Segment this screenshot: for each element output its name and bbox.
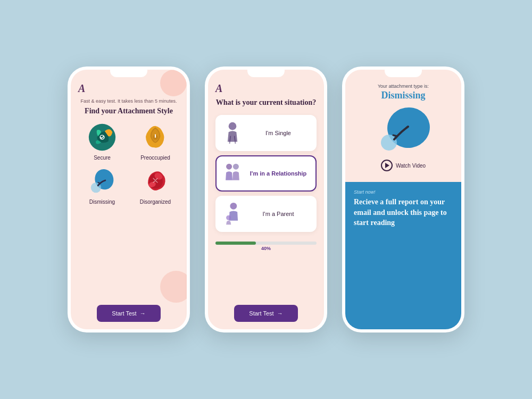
play-triangle bbox=[385, 163, 389, 168]
phone-3-top: Your attachment type is: Dismissing bbox=[345, 77, 461, 182]
svg-point-8 bbox=[226, 164, 232, 170]
start-now-label: Start now! bbox=[354, 189, 453, 195]
progress-bar-fill bbox=[215, 242, 256, 245]
dismissing-small-icon bbox=[87, 166, 118, 197]
preoccupied-label: Preoccupied bbox=[140, 155, 170, 161]
phone-1: A Fast & easy test. It takes less than 5… bbox=[68, 66, 190, 332]
main-title: Find your Attachment Style bbox=[85, 107, 173, 115]
blob-top-right bbox=[160, 70, 187, 96]
svg-point-11 bbox=[226, 215, 231, 220]
single-label: I'm Single bbox=[247, 130, 309, 136]
parent-icon bbox=[223, 202, 242, 226]
start-test-button-2[interactable]: Start Test → bbox=[234, 305, 297, 322]
dismissing-large-icon bbox=[374, 106, 433, 154]
attachment-grid: Secure Preoccupied bbox=[78, 122, 179, 205]
play-icon bbox=[381, 160, 393, 171]
svg-point-10 bbox=[230, 203, 237, 210]
relationship-icon bbox=[223, 162, 242, 185]
attachment-type-prefix: Your attachment type is: bbox=[378, 84, 429, 89]
phone-3: Your attachment type is: Dismissing bbox=[342, 66, 464, 332]
phones-container: A Fast & easy test. It takes less than 5… bbox=[68, 66, 464, 332]
situation-parent[interactable]: I'm a Parent bbox=[215, 196, 317, 232]
attachment-secure: Secure bbox=[78, 122, 126, 161]
svg-point-7 bbox=[229, 122, 237, 130]
phone-3-bottom: Start now! Recieve a full report on your… bbox=[345, 182, 461, 329]
report-text: Recieve a full report on your email and … bbox=[354, 197, 453, 228]
secure-icon bbox=[87, 122, 118, 153]
phone-3-content: Your attachment type is: Dismissing bbox=[345, 77, 461, 329]
phone-2-content: A What is your current situation? I'm Si… bbox=[208, 77, 324, 329]
start-test-label-1: Start Test bbox=[112, 310, 136, 317]
preoccupied-icon bbox=[140, 122, 171, 153]
tagline: Fast & easy test. It takes less than 5 m… bbox=[80, 98, 177, 105]
start-test-label-2: Start Test bbox=[249, 310, 273, 317]
parent-label: I'm a Parent bbox=[247, 211, 309, 217]
single-person-icon bbox=[223, 121, 242, 145]
progress-container: 40% bbox=[215, 242, 317, 251]
attachment-preoccupied: Preoccupied bbox=[131, 122, 179, 161]
start-arrow-2: → bbox=[277, 310, 283, 317]
progress-bar-bg bbox=[215, 242, 317, 245]
attachment-dismissing: Dismissing bbox=[78, 166, 126, 205]
watch-video-button[interactable]: Watch Video bbox=[381, 160, 426, 171]
phone-2-notch bbox=[247, 70, 285, 77]
phone-1-notch bbox=[110, 70, 147, 77]
logo-2: A bbox=[215, 82, 222, 95]
progress-label: 40% bbox=[215, 246, 317, 251]
disorganized-icon bbox=[140, 166, 171, 197]
situation-single[interactable]: I'm Single bbox=[215, 115, 317, 151]
phone-1-screen: A Fast & easy test. It takes less than 5… bbox=[71, 70, 187, 329]
dismissing-visual bbox=[374, 106, 433, 154]
disorganized-label: Disorganized bbox=[140, 199, 171, 205]
relationship-label: I'm in a Relationship bbox=[247, 170, 309, 177]
situation-title: What is your current situation? bbox=[216, 98, 317, 107]
watch-video-label: Watch Video bbox=[396, 163, 426, 169]
situation-relationship[interactable]: I'm in a Relationship bbox=[215, 155, 317, 192]
start-arrow-1: → bbox=[140, 310, 146, 317]
logo: A bbox=[78, 82, 85, 95]
secure-label: Secure bbox=[94, 155, 111, 161]
dismissing-label: Dismissing bbox=[89, 199, 115, 205]
phone-2-screen: A What is your current situation? I'm Si… bbox=[208, 70, 324, 329]
svg-point-9 bbox=[233, 164, 239, 170]
start-test-button-1[interactable]: Start Test → bbox=[97, 305, 160, 322]
phone-3-notch bbox=[385, 70, 422, 77]
svg-point-13 bbox=[381, 135, 397, 151]
phone-3-screen: Your attachment type is: Dismissing bbox=[345, 70, 461, 329]
phone-2: A What is your current situation? I'm Si… bbox=[205, 66, 327, 332]
attachment-type-value: Dismissing bbox=[381, 90, 425, 101]
attachment-disorganized: Disorganized bbox=[131, 166, 179, 205]
